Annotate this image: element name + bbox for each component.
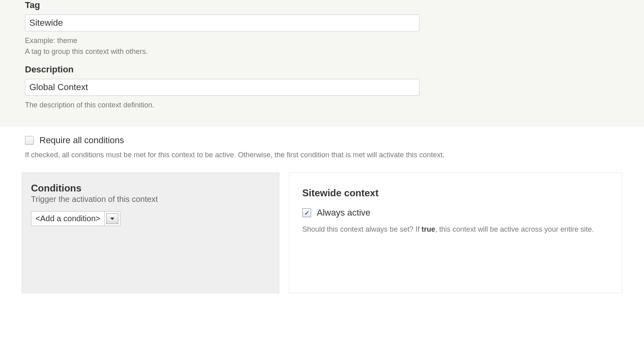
tag-help: Example: theme A tag to group this conte…	[25, 35, 619, 57]
chevron-down-icon[interactable]	[106, 213, 118, 224]
tag-label: Tag	[25, 0, 619, 10]
conditions-subtitle: Trigger the activation of this context	[31, 195, 270, 204]
tag-field-group: Tag Example: theme A tag to group this c…	[0, 0, 644, 64]
sitewide-title: Sitewide context	[302, 187, 609, 199]
sitewide-context-panel: Sitewide context Always active Should th…	[289, 173, 622, 293]
description-label: Description	[25, 64, 619, 75]
svg-marker-0	[110, 218, 114, 220]
require-all-label: Require all conditions	[39, 135, 124, 146]
conditions-panel: Conditions Trigger the activation of thi…	[22, 173, 279, 293]
require-all-checkbox[interactable]	[25, 136, 34, 145]
tag-input[interactable]	[25, 14, 419, 31]
sitewide-help: Should this context always be set? If tr…	[302, 225, 609, 234]
description-field-group: Description The description of this cont…	[0, 64, 644, 118]
add-condition-select[interactable]: <Add a condition>	[31, 211, 120, 226]
add-condition-select-value: <Add a condition>	[31, 212, 105, 226]
description-input[interactable]	[25, 79, 419, 96]
require-all-help: If checked, all conditions must be met f…	[25, 150, 619, 160]
always-active-label: Always active	[317, 208, 370, 218]
description-help: The description of this context definiti…	[25, 100, 619, 111]
require-all-section: Require all conditions If checked, all c…	[0, 126, 644, 173]
always-active-checkbox[interactable]	[302, 208, 311, 217]
conditions-title: Conditions	[31, 183, 270, 194]
